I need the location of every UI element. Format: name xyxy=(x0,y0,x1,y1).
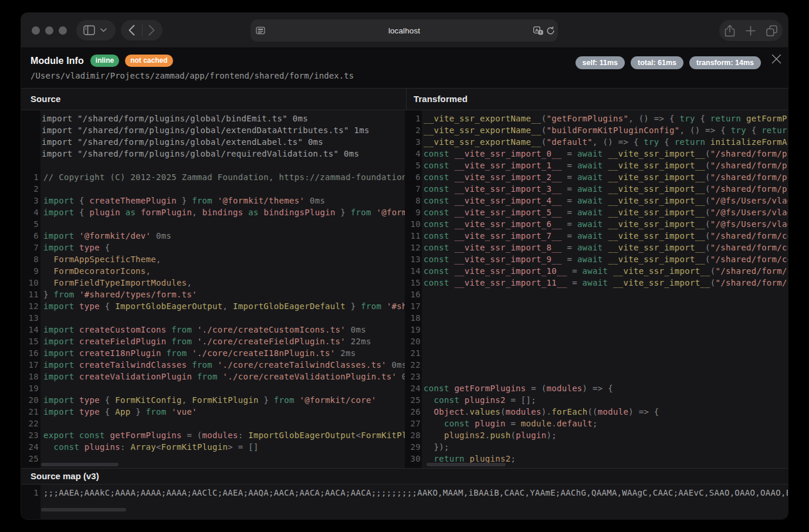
line-number: 24 xyxy=(407,382,421,394)
code-line: 23export const getFormPlugins = (modules… xyxy=(21,429,405,441)
back-button[interactable] xyxy=(128,25,135,36)
sidebar-icon xyxy=(83,25,95,35)
window-buttons-group xyxy=(719,20,783,41)
transformed-horizontal-scrollbar[interactable] xyxy=(426,463,506,466)
code-text: }); xyxy=(424,441,449,453)
line-number: 10 xyxy=(407,218,421,230)
line-number: 20 xyxy=(407,336,421,347)
source-panel-title: Source xyxy=(21,89,406,110)
line-number: 5 xyxy=(26,218,39,230)
line-number: 28 xyxy=(407,429,421,441)
source-horizontal-scrollbar[interactable] xyxy=(41,463,119,466)
status-badge: inline xyxy=(90,55,119,67)
code-line: 22 xyxy=(21,418,405,429)
line-number xyxy=(26,124,39,136)
line-number: 21 xyxy=(26,406,39,418)
line-number: 1 xyxy=(26,171,39,183)
sourcemap-panel[interactable]: 1;;;AAEA;AAAkC;AAAA;AAAA;AAAA;AAClC;AAEA… xyxy=(21,484,788,519)
page-title: Module Info xyxy=(31,56,84,66)
code-text: import '@formkit/dev' 0ms xyxy=(43,230,171,242)
code-line: 14const __vite_ssr_import_10__ = await _… xyxy=(405,265,788,277)
code-line: 18import createValidationPlugin from './… xyxy=(21,371,405,382)
sourcemap-horizontal-scrollbar[interactable] xyxy=(41,508,126,511)
transformed-panel-title: Transformed xyxy=(406,89,788,110)
line-number: 16 xyxy=(407,289,421,300)
code-line: 1;;;AAEA;AAAkC;AAAA;AAAA;AAAA;AAClC;AAEA… xyxy=(21,487,788,499)
tab-overview-icon[interactable] xyxy=(766,25,777,36)
source-code-panel[interactable]: import "/shared/form/plugins/global/bind… xyxy=(21,110,405,468)
line-number: 1 xyxy=(407,113,421,124)
svg-text:A: A xyxy=(535,27,539,32)
code-text: const __vite_ssr_import_11__ = await __v… xyxy=(424,277,788,289)
code-text: import type { ImportGlobEagerOutput, Imp… xyxy=(43,300,405,312)
sourcemap-header: Source map (v3) xyxy=(21,468,788,484)
line-number: 5 xyxy=(407,160,421,171)
code-text: const __vite_ssr_import_8__ = await __vi… xyxy=(424,242,788,253)
browser-toolbar: localhost A x xyxy=(21,13,788,48)
code-line: import "/shared/form/plugins/global/requ… xyxy=(21,148,405,160)
transformed-code-panel[interactable]: 1__vite_ssr_exportName__("getFormPlugins… xyxy=(405,110,788,468)
line-number: 7 xyxy=(26,242,39,253)
line-number: 18 xyxy=(26,371,39,382)
line-number: 25 xyxy=(407,394,421,406)
code-line: 25 const plugins2 = []; xyxy=(405,394,788,406)
timing-badge: transform: 14ms xyxy=(689,56,761,69)
code-line: 4import { plugin as formPlugin, bindings… xyxy=(21,206,405,218)
code-text: const __vite_ssr_import_1__ = await __vi… xyxy=(424,160,788,171)
code-text: import type { xyxy=(43,242,110,253)
traffic-light-zoom[interactable] xyxy=(59,26,67,35)
nav-button-group xyxy=(121,20,163,40)
reload-icon[interactable] xyxy=(546,26,555,35)
new-tab-icon[interactable] xyxy=(746,26,756,36)
code-line: 20import type { FormKitConfig, FormKitPl… xyxy=(21,394,405,406)
code-line: 9 FormDecoratorIcons, xyxy=(21,265,405,277)
line-number: 11 xyxy=(26,289,39,300)
line-number: 1 xyxy=(26,487,39,499)
line-number: 13 xyxy=(26,312,39,324)
line-number: 12 xyxy=(26,300,39,312)
code-text: import { createThemePlugin } from '@form… xyxy=(43,195,325,206)
code-text: // Copyright (C) 2012-2025 Zammad Founda… xyxy=(43,171,405,183)
page-format-icon[interactable] xyxy=(256,26,265,35)
code-text: FormFieldTypeImportModules, xyxy=(43,277,192,289)
code-line: 4const __vite_ssr_import_0__ = await __v… xyxy=(405,148,788,160)
code-line: 22 xyxy=(405,359,788,371)
translate-icon[interactable]: A x xyxy=(533,26,543,35)
line-number: 16 xyxy=(26,347,39,359)
code-text: const __vite_ssr_import_10__ = await __v… xyxy=(424,265,788,277)
line-number: 10 xyxy=(26,277,39,289)
code-text: __vite_ssr_exportName__("buildFormKitPlu… xyxy=(424,124,788,136)
code-text: import createValidationPlugin from './co… xyxy=(43,371,405,382)
code-text: ;;;AAEA;AAAkC;AAAA;AAAA;AAAA;AAClC;AAEA;… xyxy=(43,487,788,499)
line-number: 18 xyxy=(407,312,421,324)
code-line: 14import createCustomIcons from './core/… xyxy=(21,324,405,336)
forward-button[interactable] xyxy=(148,25,155,36)
address-bar[interactable]: localhost A x xyxy=(251,19,558,42)
close-button[interactable] xyxy=(770,53,782,65)
line-number xyxy=(26,136,39,148)
code-line: 18 xyxy=(405,312,788,324)
line-number: 24 xyxy=(26,441,39,453)
code-line: 16 xyxy=(405,289,788,300)
share-icon[interactable] xyxy=(725,25,735,37)
code-line: 15import createFieldPlugin from './core/… xyxy=(21,336,405,347)
timing-badge: self: 11ms xyxy=(576,56,625,69)
code-line: 8 FormAppSpecificTheme, xyxy=(21,253,405,265)
line-number: 3 xyxy=(407,136,421,148)
line-number: 19 xyxy=(407,324,421,336)
code-text: import { plugin as formPlugin, bindings … xyxy=(43,206,405,218)
code-text: import "/shared/form/plugins/global/bind… xyxy=(42,113,308,124)
panel-header-band: Source Transformed xyxy=(21,88,788,110)
code-text: const __vite_ssr_import_7__ = await __vi… xyxy=(424,230,788,242)
code-text: const __vite_ssr_import_0__ = await __vi… xyxy=(424,148,788,160)
code-text: FormDecoratorIcons, xyxy=(43,265,151,277)
code-line: 26 Object.values(modules).forEach((modul… xyxy=(405,406,788,418)
code-text: plugins2.push(plugin); xyxy=(424,429,557,441)
code-line: 13 xyxy=(21,312,405,324)
sidebar-button-group[interactable] xyxy=(76,20,116,40)
line-number: 12 xyxy=(407,242,421,253)
line-number xyxy=(26,113,39,124)
code-line: 2 xyxy=(21,183,405,195)
traffic-light-close[interactable] xyxy=(32,26,40,35)
traffic-light-minimize[interactable] xyxy=(45,26,53,35)
